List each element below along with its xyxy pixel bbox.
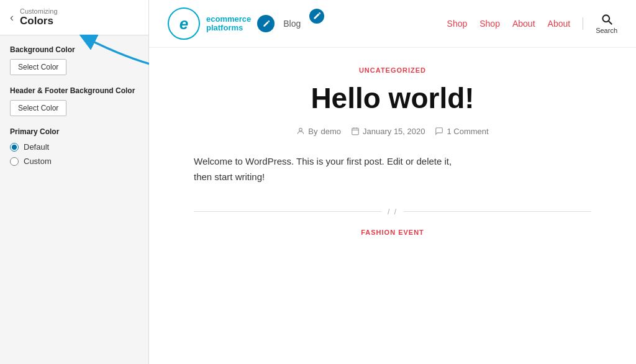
post-category[interactable]: UNCATEGORIZED <box>194 66 591 74</box>
hf-color-section: Header & Footer Background Color Select … <box>10 86 139 116</box>
svg-point-2 <box>299 128 302 131</box>
radio-default-input[interactable] <box>10 143 19 152</box>
pencil-logo-svg <box>263 20 270 27</box>
meta-comment-count: 1 Comment <box>447 127 488 136</box>
meta-date: January 15, 2020 <box>351 127 425 136</box>
meta-comments: 1 Comment <box>435 127 488 136</box>
post-meta: By demo January 15, 2020 1 Comment <box>194 127 591 136</box>
comment-icon <box>435 127 443 135</box>
search-button[interactable]: Search <box>596 13 617 34</box>
meta-date-text: January 15, 2020 <box>363 127 425 136</box>
author-icon <box>296 127 305 135</box>
nav-left: e ecommerce platforms Blog <box>168 7 301 40</box>
logo-edit-icon[interactable] <box>257 15 275 32</box>
radio-custom[interactable]: Custom <box>10 157 139 166</box>
primary-color-radio-group: Default Custom <box>10 142 139 166</box>
nav-shop-2[interactable]: Shop <box>479 19 500 29</box>
logo-circle: e <box>168 7 200 40</box>
next-post-link[interactable]: FASHION EVENT <box>194 229 591 236</box>
calendar-icon <box>351 127 360 135</box>
logo-text: ecommerce platforms <box>206 15 251 33</box>
search-label: Search <box>596 27 617 34</box>
preview-nav: e ecommerce platforms Blog Shop Shop Abo… <box>149 0 636 48</box>
primary-color-label: Primary Color <box>10 127 139 136</box>
panel-subtitle: Customizing <box>20 7 58 15</box>
nav-shop-1[interactable]: Shop <box>447 19 468 29</box>
logo-main: ecommerce <box>206 15 251 24</box>
post-divider: / / <box>194 207 591 216</box>
panel-title-wrap: Customizing Colors <box>20 7 58 27</box>
radio-custom-input[interactable] <box>10 157 19 166</box>
post-content: UNCATEGORIZED Hello world! By demo Janua… <box>181 48 604 255</box>
logo-letter: e <box>179 14 188 34</box>
post-title: Hello world! <box>194 83 591 114</box>
back-button[interactable]: ‹ <box>10 12 14 23</box>
nav-divider <box>583 17 583 30</box>
panel-header: ‹ Customizing Colors <box>0 0 148 35</box>
hf-color-label: Header & Footer Background Color <box>10 86 139 95</box>
meta-author-name: demo <box>320 127 341 136</box>
radio-custom-label: Custom <box>24 157 52 166</box>
blog-label: Blog <box>283 19 301 29</box>
panel-title: Colors <box>20 15 58 27</box>
excerpt-line1: Welcome to WordPress. This is your first… <box>194 156 452 166</box>
nav-right: Shop Shop About About Search <box>447 13 617 34</box>
bg-color-section: Background Color Select Color <box>10 45 139 75</box>
post-excerpt: Welcome to WordPress. This is your first… <box>194 153 591 185</box>
customizer-panel: ‹ Customizing Colors Background Color Se… <box>0 0 149 364</box>
search-icon <box>601 13 613 25</box>
primary-color-section: Primary Color Default Custom <box>10 127 139 166</box>
bg-color-label: Background Color <box>10 45 139 54</box>
excerpt-line2: then start writing! <box>194 171 265 182</box>
svg-point-0 <box>602 15 609 22</box>
panel-content: Background Color Select Color Header & F… <box>0 35 148 364</box>
hf-select-color-button[interactable]: Select Color <box>10 100 66 116</box>
logo-sub: platforms <box>206 24 251 32</box>
divider-text: / / <box>388 207 398 216</box>
nav-about-2[interactable]: About <box>548 19 571 29</box>
nav-about-1[interactable]: About <box>512 19 535 29</box>
radio-default[interactable]: Default <box>10 142 139 152</box>
svg-line-1 <box>608 21 611 24</box>
svg-rect-3 <box>352 128 359 135</box>
radio-default-label: Default <box>24 142 49 152</box>
meta-by: By <box>308 127 317 136</box>
preview-area: e ecommerce platforms Blog Shop Shop Abo… <box>149 0 636 364</box>
meta-author: By demo <box>296 127 341 136</box>
bg-select-color-button[interactable]: Select Color <box>10 59 66 75</box>
